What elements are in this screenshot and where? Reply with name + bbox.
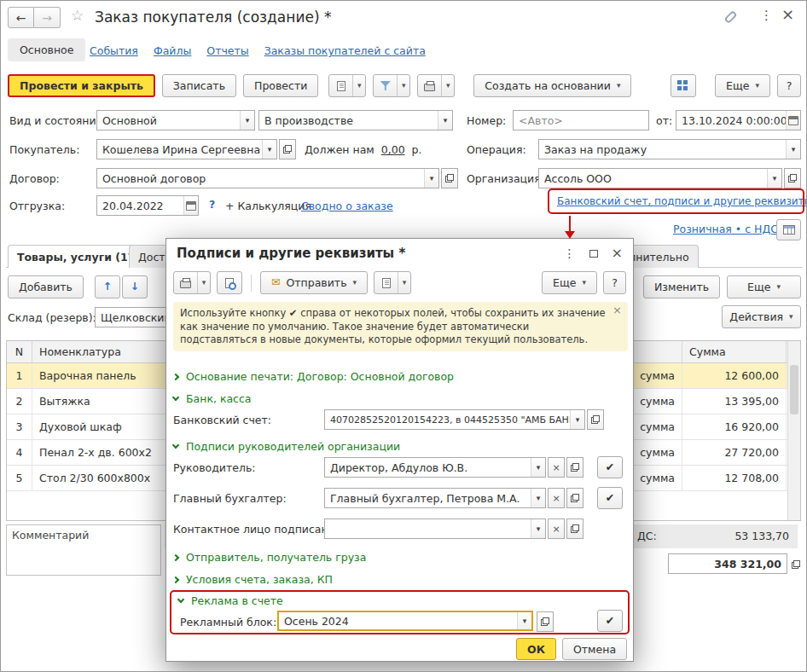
ad-block-remember-button[interactable] <box>597 610 623 632</box>
create-based-on-label: Создать на основании <box>485 79 611 92</box>
tab-reports[interactable]: Отчеты <box>206 44 248 57</box>
post-and-close-button[interactable]: Провести и закрыть <box>8 74 155 97</box>
col-sum-header[interactable]: Сумма <box>682 341 787 362</box>
contract-value: Основной договор <box>97 172 424 185</box>
organization-open-button[interactable] <box>784 168 801 188</box>
order-kind-combo[interactable]: Основной <box>96 110 255 130</box>
actions-button[interactable]: Действия <box>722 305 801 328</box>
tab-site-orders[interactable]: Заказы покупателей с сайта <box>264 44 426 57</box>
section-bank[interactable]: Банк, касса <box>173 392 252 405</box>
dialog-help-button[interactable]: ? <box>603 271 626 294</box>
related-documents-button[interactable] <box>671 74 696 97</box>
order-summary-link[interactable]: Сводно о заказе <box>301 200 393 212</box>
table-scrollbar[interactable] <box>787 341 800 520</box>
shipping-help-link[interactable]: ? <box>209 198 215 211</box>
row-sum: 13 395,00 <box>682 389 787 414</box>
debt-suffix: р. <box>412 143 422 156</box>
get-link-icon[interactable] <box>723 10 737 24</box>
scrollbar-thumb[interactable] <box>790 365 798 414</box>
price-table-button[interactable] <box>776 219 801 240</box>
section-ad[interactable]: Реклама в счете <box>178 594 283 607</box>
forward-button[interactable] <box>34 7 61 28</box>
ad-block-input[interactable]: Осень 2024 <box>277 611 533 631</box>
kebab-menu-icon[interactable] <box>760 9 773 22</box>
organization-combo[interactable]: Ассоль ООО <box>538 168 782 188</box>
chevron-down-icon <box>357 82 362 90</box>
number-value: <Авто> <box>514 114 648 127</box>
back-button[interactable] <box>8 7 34 28</box>
head-open-button[interactable] <box>566 457 583 478</box>
shipping-date-input[interactable]: 20.04.2022 <box>96 195 199 216</box>
head-clear-button[interactable] <box>548 457 565 478</box>
bank-details-link[interactable]: Банковский счет, подписи и другие реквиз… <box>557 195 807 207</box>
section-terms[interactable]: Условия счета, заказа, КП <box>173 573 333 586</box>
section-signatures[interactable]: Подписи руководителей организации <box>173 440 400 453</box>
print-menu-button[interactable] <box>417 74 455 97</box>
chevron-down-icon <box>202 279 206 287</box>
move-up-button[interactable] <box>95 275 120 298</box>
ok-button[interactable]: ОК <box>516 638 556 660</box>
dialog-print-menu-button[interactable] <box>173 271 211 294</box>
calculation-link[interactable]: + Калькуляция <box>225 200 311 212</box>
date-from-label: от: <box>656 114 672 127</box>
dialog-close-icon[interactable] <box>612 246 623 260</box>
dialog-kebab-icon[interactable] <box>564 247 576 259</box>
accountant-combo[interactable]: Главный бухгалтер, Петрова М.А. <box>324 488 546 508</box>
move-down-button[interactable] <box>122 275 148 298</box>
contact-clear-button[interactable] <box>548 518 565 539</box>
total-input[interactable]: 348 321,00 <box>668 553 787 574</box>
cancel-button[interactable]: Отмена <box>562 638 627 660</box>
price-kind-link[interactable]: Розничная • с НДС <box>673 223 778 235</box>
total-open-icon[interactable] <box>792 560 800 569</box>
items-more-button[interactable]: Еще <box>727 275 801 298</box>
help-button[interactable]: ? <box>777 74 801 97</box>
debt-amount-link[interactable]: 0,00 <box>381 143 405 156</box>
edit-row-button[interactable]: Изменить <box>643 275 720 298</box>
post-button[interactable]: Провести <box>243 74 318 97</box>
col-n-header[interactable]: N <box>7 341 32 362</box>
accountant-label: Главный бухгалтер: <box>173 492 287 505</box>
accountant-clear-button[interactable] <box>548 488 565 508</box>
favorite-star-icon[interactable] <box>71 9 84 23</box>
contact-signer-combo[interactable] <box>324 518 546 539</box>
tab-events[interactable]: События <box>90 44 138 57</box>
order-state-combo[interactable]: В производстве <box>258 110 453 130</box>
accountant-open-button[interactable] <box>566 488 583 508</box>
section-print-basis[interactable]: Основание печати: Договор: Основной дого… <box>173 370 454 383</box>
operation-combo[interactable]: Заказ на продажу <box>538 139 801 159</box>
add-row-button[interactable]: Добавить <box>8 275 84 298</box>
head-remember-button[interactable] <box>597 456 623 478</box>
section-sender[interactable]: Отправитель, получатель груза <box>173 551 366 564</box>
filter-menu-button[interactable] <box>373 74 410 97</box>
info-close-icon[interactable] <box>613 304 622 316</box>
bank-account-open-button[interactable] <box>587 409 604 430</box>
send-button[interactable]: Отправить <box>260 271 368 294</box>
date-input[interactable]: 13.10.2024 0:00:00 <box>676 110 801 130</box>
buyer-open-button[interactable] <box>279 139 296 159</box>
comment-box[interactable]: Комментарий <box>6 524 161 576</box>
dialog-more-button[interactable]: Еще <box>542 271 597 294</box>
contract-open-button[interactable] <box>441 168 458 188</box>
close-icon[interactable] <box>781 7 794 22</box>
contact-open-button[interactable] <box>566 518 583 539</box>
save-button[interactable]: Записать <box>162 74 236 97</box>
ad-block-value: Осень 2024 <box>279 615 517 628</box>
document-menu-button[interactable] <box>328 74 366 97</box>
bank-account-combo[interactable]: 40702852520120154223, в 044525350 "АМБ Б… <box>324 409 585 430</box>
number-input[interactable]: <Авто> <box>513 110 649 130</box>
accountant-remember-button[interactable] <box>597 487 623 509</box>
tab-main[interactable]: Основное <box>8 38 85 61</box>
chevron-down-icon <box>776 283 781 291</box>
tab-files[interactable]: Файлы <box>154 44 191 57</box>
buyer-combo[interactable]: Кошелева Ирина Сергеевна <box>96 139 277 159</box>
dialog-document-menu-button[interactable] <box>374 271 411 294</box>
shipping-date-value: 20.04.2022 <box>97 200 183 212</box>
dialog-maximize-icon[interactable] <box>589 250 598 258</box>
open-icon <box>788 174 797 182</box>
ad-block-open-button[interactable] <box>537 611 554 632</box>
create-based-on-button[interactable]: Создать на основании <box>473 74 631 97</box>
contract-combo[interactable]: Основной договор <box>96 168 439 188</box>
more-button[interactable]: Еще <box>715 74 770 97</box>
head-combo[interactable]: Директор, Абдулов Ю.В. <box>324 457 546 478</box>
dialog-preview-button[interactable] <box>217 271 242 294</box>
